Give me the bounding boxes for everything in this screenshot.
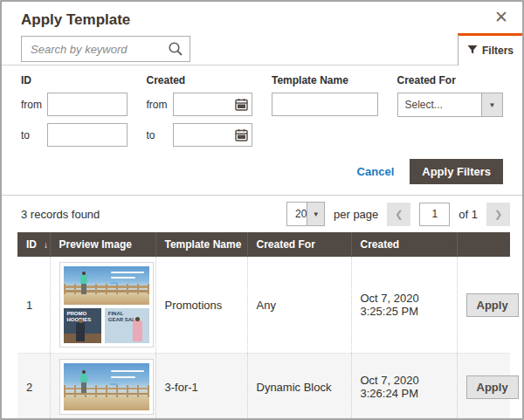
created-to-label: to (147, 129, 173, 141)
template-preview-image[interactable]: PROMO HOODIES FINAL GEAR SALE (59, 262, 154, 348)
banner-text-line (111, 376, 134, 378)
filter-created-group: Created from to (147, 74, 253, 154)
divider (2, 65, 458, 65)
column-header-template-name[interactable]: Template Name (155, 232, 247, 257)
created-for-value: Select... (398, 99, 443, 111)
banner-text-line (111, 272, 143, 273)
search-input[interactable] (21, 36, 190, 62)
created-from-label: from (147, 99, 173, 111)
page-total-label: of 1 (458, 208, 478, 221)
apply-filters-button[interactable]: Apply Filters (410, 159, 503, 184)
created-for-label: Created For (397, 74, 504, 86)
filter-id-group: ID from to (21, 74, 128, 154)
filter-panel: ID from to Created from (2, 65, 522, 155)
cancel-button[interactable]: Cancel (357, 165, 395, 178)
calendar-icon[interactable] (235, 98, 248, 111)
banner-tiles: PROMO HOODIES FINAL GEAR SALE (64, 308, 149, 343)
page-size-select[interactable]: 20 ▼ (286, 202, 325, 226)
template-preview-image[interactable] (59, 359, 154, 415)
page-title: Apply Template (21, 11, 503, 29)
cell-actions: Apply (457, 354, 510, 420)
next-page-button[interactable]: ❯ (486, 203, 510, 226)
filter-actions: Cancel Apply Filters (2, 155, 522, 193)
chevron-down-icon: ▼ (307, 203, 324, 225)
templates-grid: ID↓ Preview Image Template Name Created … (17, 232, 507, 420)
person-graphic (80, 272, 88, 299)
page-input[interactable] (419, 203, 450, 226)
grid-header-row: ID↓ Preview Image Template Name Created … (17, 232, 510, 257)
apply-template-modal: Apply Template ✕ Filters ID from to (0, 0, 524, 420)
grid-toolbar: 3 records found 20 ▼ per page ❮ of 1 ❯ (2, 196, 522, 232)
sort-desc-icon: ↓ (44, 240, 48, 250)
cell-preview (50, 354, 155, 420)
search-box (21, 36, 190, 62)
column-header-created[interactable]: Created (351, 232, 457, 257)
table-row: 1 PROMO HOO (17, 257, 510, 354)
cell-actions: Apply (457, 257, 510, 354)
fence-graphic (64, 284, 149, 293)
cell-preview: PROMO HOODIES FINAL GEAR SALE (50, 257, 155, 354)
chevron-down-icon: ▼ (481, 93, 502, 116)
template-name-input[interactable] (272, 93, 378, 116)
calendar-icon[interactable] (235, 128, 248, 141)
banner-link-line (110, 383, 118, 385)
filter-created-label: Created (147, 74, 253, 86)
column-header-id[interactable]: ID↓ (17, 232, 50, 257)
column-header-actions (457, 232, 510, 257)
funnel-icon (467, 43, 478, 59)
cell-template-name: Promotions (155, 257, 247, 354)
banner-text-line (111, 370, 143, 372)
person-graphic (133, 320, 142, 341)
filter-created-for-group: Created For Select... ▼ (397, 74, 504, 154)
pager: 20 ▼ per page ❮ of 1 ❯ (286, 202, 510, 226)
banner-text-line (111, 277, 134, 279)
records-count: 3 records found (21, 208, 100, 221)
id-to-label: to (21, 129, 47, 141)
banner-graphic (64, 363, 149, 410)
filters-tab[interactable]: Filters (458, 33, 522, 65)
cell-created-for: Any (247, 257, 351, 354)
final-gear-sale-tile: FINAL GEAR SALE (105, 308, 149, 343)
search-row: Filters (2, 33, 522, 65)
fence-graphic (64, 385, 149, 397)
id-from-input[interactable] (47, 93, 128, 116)
cell-id: 2 (17, 354, 50, 420)
apply-template-button[interactable]: Apply (466, 293, 519, 317)
person-graphic (76, 322, 85, 341)
cell-created: Oct 7, 2020 3:25:25 PM (351, 257, 457, 354)
per-page-label: per page (334, 208, 378, 221)
cell-template-name: 3-for-1 (155, 354, 247, 420)
promo-hoodies-tile: PROMO HOODIES (64, 308, 101, 343)
column-header-created-for[interactable]: Created For (247, 232, 351, 257)
page-size-value: 20 (287, 208, 307, 220)
search-icon[interactable] (168, 41, 183, 57)
close-icon[interactable]: ✕ (494, 9, 508, 25)
id-to-input[interactable] (47, 123, 128, 147)
cell-id: 1 (17, 257, 50, 354)
filters-tab-label: Filters (482, 45, 514, 57)
modal-header: Apply Template ✕ (2, 2, 522, 31)
created-for-select[interactable]: Select... ▼ (397, 93, 504, 117)
person-graphic (80, 370, 88, 403)
banner-graphic (64, 266, 149, 305)
filter-id-label: ID (21, 74, 128, 86)
template-name-label: Template Name (272, 74, 378, 86)
prev-page-button[interactable]: ❮ (387, 203, 410, 226)
filter-template-name-group: Template Name (272, 74, 378, 154)
cell-created: Oct 7, 2020 3:26:24 PM (351, 354, 457, 420)
column-header-preview[interactable]: Preview Image (50, 232, 155, 257)
table-row: 2 3-for-1 Dynamic (17, 354, 510, 420)
cell-created-for: Dynamic Block (247, 354, 351, 420)
id-from-label: from (21, 99, 47, 111)
apply-template-button[interactable]: Apply (466, 375, 519, 399)
